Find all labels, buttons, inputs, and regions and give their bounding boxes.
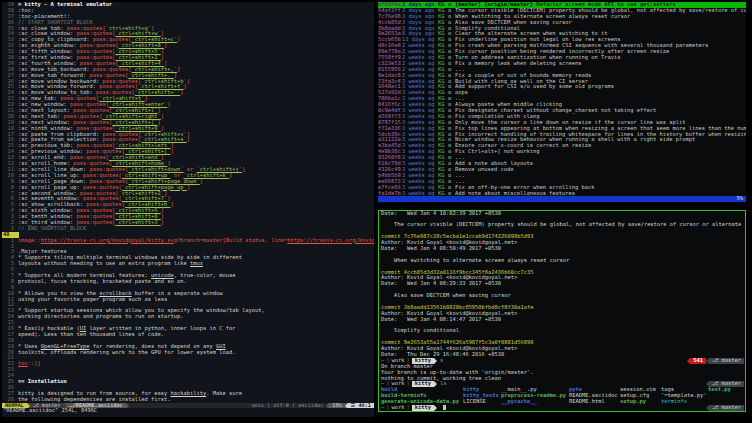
syntax-segment: for lower system load. bbox=[161, 350, 236, 355]
tig-status-text: [main] af8d44ecab65d01b6bc8ad4e1d331ebc9… bbox=[406, 201, 617, 202]
prompt-separator-icon: ⟩ bbox=[404, 405, 411, 411]
syntax-segment: `ctrl+shift+]` bbox=[112, 120, 157, 125]
shell-output-text: commit 7c76e987c28c5ecba1e1ccab9d1742260… bbox=[381, 234, 534, 239]
syntax-segment: pass:quotes[ bbox=[60, 96, 99, 101]
syntax-segment: :sc_close_tab: bbox=[18, 26, 67, 31]
shell-scrollback: Date: Wed Jan 4 10:02:39 2017 +0530 The … bbox=[379, 211, 745, 411]
syntax-segment: ] bbox=[167, 161, 170, 166]
syntax-segment: buffer in a separate window bbox=[132, 291, 223, 296]
commit-subject: Refactor screen mode API to use get/sett… bbox=[536, 2, 676, 7]
syntax-segment: pass:quotes[ bbox=[73, 161, 112, 166]
syntax-segment: `ctrl+shift+home` bbox=[112, 161, 167, 166]
syntax-segment: for rendering, does not depend on any bbox=[89, 344, 216, 349]
syntax-segment: pass:quotes[ bbox=[83, 173, 122, 178]
typed-command[interactable] bbox=[437, 405, 440, 411]
syntax-segment: ] bbox=[164, 43, 167, 48]
syntax-segment: pass:quotes[ bbox=[76, 55, 115, 60]
syntax-segment: .Major features bbox=[18, 249, 67, 254]
syntax-segment: :sc_fourth_window: bbox=[18, 61, 80, 66]
syntax-segment: ] bbox=[187, 185, 190, 190]
syntax-segment: :sc_ninth_window: bbox=[18, 126, 76, 131]
syntax-segment: == Installation bbox=[18, 379, 67, 384]
syntax-segment: `ctrl+shift+1` bbox=[115, 55, 160, 60]
shell-output-text: Also save DECTCEM when saving cursor bbox=[381, 293, 511, 298]
tig-statusbar: [main] af8d44ecab65d01b6bc8ad4e1d331ebc9… bbox=[378, 196, 746, 202]
syntax-segment: ] bbox=[200, 179, 203, 184]
text-cursor[interactable] bbox=[443, 405, 446, 410]
syntax-segment: ] bbox=[145, 96, 148, 101]
shell-pane[interactable]: Date: Wed Jan 4 10:02:39 2017 +0530 The … bbox=[378, 210, 746, 413]
commit-subject: ... bbox=[455, 67, 465, 72]
commit-subject: Always paste when middle clicking bbox=[455, 102, 562, 107]
commit-subject: Also save DECTCEM when saving cursor bbox=[455, 20, 572, 25]
syntax-segment: * Supports tiling multiple terminal wind… bbox=[18, 255, 242, 260]
syntax-segment: :sc_next_window: bbox=[18, 120, 73, 125]
statusline-spacer bbox=[129, 403, 249, 409]
syntax-segment: ] bbox=[161, 31, 164, 36]
commit-subject: Fix a memory leak when deleting screens bbox=[455, 61, 582, 66]
syntax-segment: pass:quotes[ bbox=[76, 214, 115, 219]
syntax-segment: working directories and programs to run … bbox=[18, 314, 184, 319]
syntax-segment: ] bbox=[177, 67, 180, 72]
syntax-segment: `ctrl+shift+up` bbox=[122, 173, 171, 178]
syntax-segment: ] bbox=[167, 102, 170, 107]
shell-output-text: commit 3b8aadd13561b0820bc85950bfbd8cf8f… bbox=[381, 305, 534, 310]
syntax-segment: :toc: bbox=[18, 8, 34, 13]
syntax-segment: speed). Less than ten thousand lines of … bbox=[18, 332, 164, 337]
syntax-segment: ] bbox=[229, 173, 232, 178]
syntax-segment: `ctrl+shift+5` bbox=[115, 49, 160, 54]
syntax-segment: :sc_scroll_end: bbox=[18, 155, 70, 160]
syntax-segment: `ctrl+shift+s` bbox=[141, 137, 186, 142]
syntax-segment: `ctrl+shift+0` bbox=[115, 214, 160, 219]
commit-subject: Nicer window resize behavior when runnin… bbox=[455, 137, 695, 142]
syntax-segment: ] bbox=[161, 208, 164, 213]
syntax-segment: `ctrl+shift+8` bbox=[119, 43, 164, 48]
syntax-segment: * Uses bbox=[18, 344, 41, 349]
commit-subject: Fix compilation with clang bbox=[455, 114, 539, 119]
prompt-project-segment: kitty bbox=[412, 405, 434, 411]
syntax-segment: :sc_sixth_window: bbox=[18, 208, 76, 213]
syntax-segment: kitty is designed to run from source, fo… bbox=[18, 391, 171, 396]
commit-refs: [master] {origin/master} bbox=[455, 2, 536, 7]
syntax-segment: pass:quotes[ bbox=[96, 90, 135, 95]
syntax-segment: pass:quotes[ bbox=[76, 126, 115, 131]
syntax-segment: GPU bbox=[151, 350, 161, 355]
syntax-segment: `ctrl+shift+down` bbox=[128, 167, 183, 172]
shell-output-text: Author: Kovid Goyal <kovid@kovidgoyal.ne… bbox=[381, 240, 517, 245]
syntax-segment: layouts without needing to use an extra … bbox=[18, 261, 190, 266]
syntax-segment: :sc_scroll_page_down: bbox=[18, 179, 89, 184]
tig-pane[interactable]: af8d44e2 days agoKGo[master] {origin/mas… bbox=[378, 2, 746, 203]
syntax-segment: pass:quotes[ bbox=[70, 155, 109, 160]
syntax-segment: ] bbox=[177, 37, 180, 42]
shell-output-text: Date: Wed Jan 4 08:14:47 2017 +0530 bbox=[381, 317, 501, 322]
commit-subject: Build with clang as well on the CI serve… bbox=[455, 79, 588, 84]
commit-subject: Add note about miscellaneous features bbox=[455, 191, 575, 196]
right-prompt: ⎇ master bbox=[706, 405, 744, 411]
syntax-segment: pass:quotes[ bbox=[73, 108, 112, 113]
syntax-segment: :sc_scroll_page_up: bbox=[18, 185, 83, 190]
shell-prompt-line[interactable]: ~⟩work⟩kitty⎇ master bbox=[379, 405, 745, 411]
shell-output-text: commit 9e2653a55a1744f626a5987f5c3a0f888… bbox=[381, 340, 534, 345]
syntax-segment: toc bbox=[18, 361, 28, 366]
shell-output-text: Date: Wed Jan 4 08:29:33 2017 +0530 bbox=[381, 281, 501, 286]
syntax-segment: ] bbox=[187, 132, 190, 137]
syntax-segment: ] bbox=[161, 49, 164, 54]
syntax-segment: `ctrl+shift+right` bbox=[102, 114, 160, 119]
syntax-segment: * Allows you to view the bbox=[18, 291, 99, 296]
syntax-segment: pass:quotes[ bbox=[89, 73, 128, 78]
syntax-segment: using your favorite pager program such a… bbox=[18, 297, 167, 302]
syntax-segment: tmux bbox=[190, 261, 203, 266]
commit-subject: Fix cursor position being rendered incor… bbox=[455, 49, 669, 54]
commit-subject: Remove unused code bbox=[455, 167, 513, 172]
syntax-segment: scrollback bbox=[99, 291, 131, 296]
syntax-segment: OpenGL+FreeType bbox=[41, 344, 90, 349]
syntax-segment: :sc_previous_window: bbox=[18, 149, 86, 154]
syntax-segment: `ctrl+shift+q` bbox=[106, 26, 151, 31]
syntax-segment: pass:quotes[ bbox=[102, 137, 141, 142]
syntax-segment: ] bbox=[171, 143, 174, 148]
statusline-scroll-percent: 15% bbox=[329, 403, 344, 409]
syntax-segment: pass:quotes[ bbox=[102, 79, 141, 84]
vim-pane[interactable]: 39= kitty - A terminal emulator38:toc:37… bbox=[2, 2, 374, 417]
syntax-segment: pass:quotes[ bbox=[86, 149, 125, 154]
commit-subject: Fix underline_position not legal on low … bbox=[455, 37, 621, 42]
